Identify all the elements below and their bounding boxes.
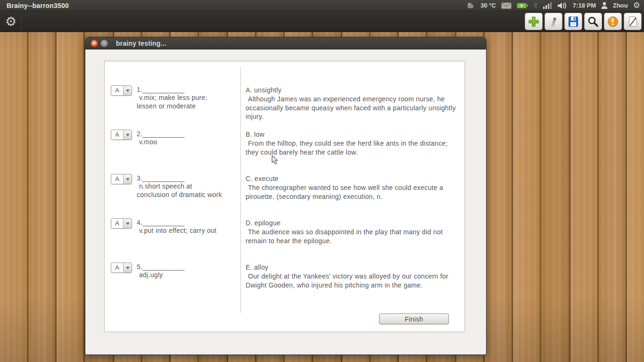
window-minimize-button[interactable]: − <box>100 40 108 47</box>
question-text: 3.___________ n.short speech at conclusi… <box>137 174 239 199</box>
answer-select[interactable]: A <box>111 263 132 273</box>
question-number: 3. <box>137 174 142 182</box>
question-definition: v.moo <box>137 138 239 146</box>
search-icon <box>587 16 599 28</box>
answer-title: B. low <box>246 130 460 139</box>
question-definition: n.short speech at <box>137 182 239 190</box>
system-tray: 30 °C <box>466 1 644 9</box>
answer-title: E. alloy <box>246 263 460 272</box>
desktop: { "panel": { "title": "Brainy--barron350… <box>0 0 644 362</box>
question-blank: ___________ <box>142 263 184 271</box>
temperature-indicator[interactable]: 30 °C <box>480 2 496 9</box>
save-button[interactable] <box>564 13 582 30</box>
edit-tool-icon <box>548 16 559 28</box>
answer-item: B. low From the hilltop, they could see … <box>246 130 460 156</box>
active-app-title: Brainy--barron3500 <box>7 2 69 9</box>
add-icon <box>528 16 540 28</box>
answer-title: A. unsightly <box>246 86 460 95</box>
chevron-down-icon[interactable] <box>123 174 132 184</box>
clock-indicator[interactable]: 7:18 PM <box>573 2 596 9</box>
question-blank: ___________ <box>142 219 184 226</box>
mail-icon[interactable] <box>501 2 512 9</box>
answer-sentence: Our delight at the Yankees' victory was … <box>246 272 460 289</box>
question-definition-cont: conclusion of dramatic work <box>137 190 239 199</box>
question-definition: v.put into effect; carry out <box>137 226 239 235</box>
bluetooth-icon[interactable] <box>533 2 538 9</box>
answer-select[interactable]: A <box>111 174 132 184</box>
answer-select[interactable]: A <box>111 85 132 96</box>
search-button[interactable] <box>584 13 602 30</box>
save-icon <box>567 16 579 28</box>
answer-item: A. unsightly Although James was an exper… <box>246 86 460 121</box>
question-text: 4.___________ v.put into effect; carry o… <box>137 219 239 235</box>
question-number: 1. <box>137 86 142 93</box>
answer-sentence: From the hilltop, they could see the her… <box>246 139 460 156</box>
answer-select-value: A <box>111 86 123 95</box>
answer-title: D. epilogue <box>246 219 460 228</box>
answer-item: D. epilogue The audience was so disappoi… <box>246 219 460 245</box>
question-text: 2.___________ v.moo <box>137 130 239 146</box>
chevron-down-icon[interactable] <box>123 86 132 95</box>
chevron-down-icon[interactable] <box>123 263 132 272</box>
toolbar-buttons <box>525 13 642 30</box>
answer-select-value: A <box>111 130 123 140</box>
question-number: 4. <box>137 219 142 226</box>
answer-select[interactable]: A <box>111 218 132 229</box>
app-toolbar: ⚙ <box>0 11 644 32</box>
alert-button[interactable] <box>604 13 622 30</box>
window-titlebar[interactable]: ✕ − brainy testing... <box>85 37 486 49</box>
question-blank: ___________ <box>142 174 184 182</box>
battery-icon[interactable] <box>517 2 528 9</box>
answer-sentence: The choreographer wanted to see how well… <box>246 183 460 201</box>
answer-select-value: A <box>111 263 123 272</box>
question-definition-cont: lessen or moderate <box>137 102 239 110</box>
question-number: 5. <box>137 263 142 271</box>
window-close-button[interactable]: ✕ <box>91 40 98 47</box>
user-icon[interactable] <box>601 2 608 9</box>
quiz-panel: A 1.___________ v.mix; make less pure; l… <box>104 61 465 332</box>
weather-icon[interactable] <box>466 2 475 9</box>
answer-sentence: Although James was an experienced emerge… <box>246 95 460 121</box>
chevron-down-icon[interactable] <box>123 130 132 140</box>
answer-item: C. execute The choreographer wanted to s… <box>246 174 460 201</box>
quiz-window: ✕ − brainy testing... A 1.___________ v.… <box>85 37 487 355</box>
window-title: brainy testing... <box>116 40 166 47</box>
answer-item: E. alloy Our delight at the Yankees' vic… <box>246 263 460 289</box>
question-text: 5.___________ adj.ugly <box>137 263 239 279</box>
top-panel: Brainy--barron3500 30 °C <box>0 0 644 11</box>
answer-select-value: A <box>111 219 123 228</box>
gear-icon[interactable]: ⚙ <box>3 14 19 30</box>
question-number: 2. <box>137 130 142 138</box>
note-edit-button[interactable] <box>624 13 642 30</box>
chevron-down-icon[interactable] <box>123 219 132 228</box>
question-blank: ___________ <box>142 86 184 93</box>
add-button[interactable] <box>525 13 543 30</box>
toolbar-divider <box>22 13 22 30</box>
session-username[interactable]: Zhou <box>613 2 628 9</box>
question-text: 1.___________ v.mix; make less pure; les… <box>137 86 239 110</box>
gear-icon[interactable]: ⚙ <box>633 1 640 9</box>
volume-icon[interactable] <box>558 2 568 9</box>
edit-tool-button[interactable] <box>545 13 562 30</box>
question-definition: adj.ugly <box>137 271 239 279</box>
note-edit-icon <box>627 16 639 28</box>
question-definition: v.mix; make less pure; <box>137 93 239 102</box>
alert-icon <box>607 16 619 28</box>
finish-button[interactable]: Finish <box>379 313 449 324</box>
answer-select[interactable]: A <box>111 130 132 140</box>
mouse-cursor <box>271 155 280 167</box>
question-blank: ___________ <box>142 130 184 138</box>
answer-sentence: The audience was so disappointed in the … <box>246 228 460 245</box>
signal-icon[interactable] <box>543 2 553 9</box>
answer-select-value: A <box>111 174 123 184</box>
column-divider <box>240 67 241 313</box>
answer-title: C. execute <box>246 174 460 183</box>
